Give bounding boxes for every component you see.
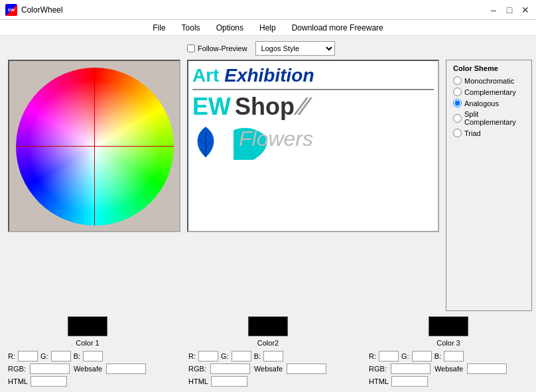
scheme-title: Color Sheme bbox=[453, 64, 525, 72]
close-button[interactable]: ✕ bbox=[520, 5, 531, 15]
art-text: Art bbox=[192, 65, 224, 86]
color2-websafe-input[interactable] bbox=[287, 363, 326, 374]
menu-bar: File Tools Options Help Download more Fr… bbox=[0, 20, 536, 36]
color1-b-input[interactable] bbox=[83, 351, 103, 361]
window-controls: – □ ✕ bbox=[488, 5, 531, 15]
color1-swatch-row bbox=[8, 316, 167, 336]
main-content: Follow-Preview Logos Style Text Style Ic… bbox=[0, 36, 536, 392]
app-icon: cw bbox=[5, 4, 17, 16]
color2-b-label: B: bbox=[254, 352, 261, 360]
menu-download[interactable]: Download more Freeware bbox=[289, 22, 386, 34]
scheme-monochromatic[interactable]: Monochromatic bbox=[453, 76, 525, 85]
middle-section: Art Exhibition EWShop ∕∕ Flowers bbox=[8, 60, 528, 311]
color1-rgb-input[interactable] bbox=[30, 363, 70, 374]
menu-options[interactable]: Options bbox=[214, 22, 246, 34]
color1-rgb-row: R: G: B: bbox=[8, 351, 167, 361]
color2-websafe-label: Websafe bbox=[254, 365, 283, 373]
color2-g-label: G: bbox=[221, 352, 229, 360]
color2-r-label: R: bbox=[188, 352, 196, 360]
color2-rgb-websafe-row: RGB: Websafe bbox=[188, 363, 348, 374]
color-scheme-panel: Color Sheme Monochromatic Complementary … bbox=[446, 60, 532, 311]
color3-b-label: B: bbox=[435, 352, 441, 360]
color3-swatch-row bbox=[369, 316, 528, 336]
flowers-text: Flowers bbox=[239, 127, 313, 151]
scheme-split-complementary-radio[interactable] bbox=[453, 114, 462, 123]
color3-html-input[interactable] bbox=[391, 376, 428, 387]
scheme-split-complementary[interactable]: Split Complementary bbox=[453, 110, 525, 126]
color3-r-input[interactable] bbox=[379, 351, 399, 361]
color2-b-input[interactable] bbox=[263, 351, 283, 361]
scheme-complementary[interactable]: Complementary bbox=[453, 88, 525, 96]
color3-g-label: G: bbox=[401, 352, 409, 360]
style-dropdown[interactable]: Logos Style Text Style Icon Style bbox=[255, 41, 335, 56]
color1-r-label: R: bbox=[8, 352, 15, 360]
color3-b-input[interactable] bbox=[444, 351, 464, 361]
minimize-button[interactable]: – bbox=[488, 5, 499, 15]
color2-rgb-input[interactable] bbox=[210, 363, 250, 374]
menu-file[interactable]: File bbox=[150, 22, 168, 34]
window-title: ColorWheel bbox=[21, 5, 63, 15]
color1-html-label: HTML bbox=[8, 377, 28, 385]
color3-r-label: R: bbox=[369, 352, 376, 360]
color2-swatch[interactable] bbox=[248, 316, 288, 336]
color-wheel[interactable] bbox=[16, 68, 174, 226]
color3-html-label: HTML bbox=[369, 377, 389, 385]
title-bar-left: cw ColorWheel bbox=[5, 4, 63, 16]
color3-rgb-label: RGB: bbox=[369, 365, 387, 373]
color2-html-row: HTML bbox=[188, 376, 348, 387]
exhibition-text: Exhibition bbox=[224, 65, 314, 86]
color2-rgb-row: R: G: B: bbox=[188, 351, 348, 361]
color-wheel-container[interactable] bbox=[8, 60, 180, 232]
color2-r-input[interactable] bbox=[198, 351, 218, 361]
color2-rgb-label: RGB: bbox=[188, 365, 206, 373]
preview-line2: EWShop ∕∕ bbox=[192, 93, 434, 121]
scheme-complementary-radio[interactable] bbox=[453, 88, 462, 96]
color1-websafe-label: Websafe bbox=[74, 365, 102, 373]
scheme-analogous-radio[interactable] bbox=[453, 99, 462, 107]
color1-rgb-websafe-row: RGB: Websafe bbox=[8, 363, 167, 374]
shop-text: Shop bbox=[235, 93, 295, 121]
color2-html-input[interactable] bbox=[211, 376, 247, 387]
preview-area: Art Exhibition EWShop ∕∕ Flowers bbox=[187, 60, 439, 232]
maximize-button[interactable]: □ bbox=[504, 5, 515, 15]
color1-label: Color 1 bbox=[8, 339, 167, 347]
slashes-icon: ∕∕ bbox=[299, 93, 306, 121]
color1-html-input[interactable] bbox=[31, 376, 67, 387]
ew-text: EW bbox=[192, 93, 231, 121]
color1-swatch[interactable] bbox=[68, 316, 107, 336]
color2-label: Color2 bbox=[188, 339, 348, 347]
scheme-analogous[interactable]: Analogous bbox=[453, 99, 525, 107]
leaf-icon bbox=[192, 125, 219, 159]
scheme-triad-radio[interactable] bbox=[453, 129, 462, 137]
color3-websafe-input[interactable] bbox=[467, 363, 507, 374]
color2-panel: Color2 R: G: B: RGB: Websafe HTML bbox=[188, 316, 348, 387]
scheme-monochromatic-radio[interactable] bbox=[453, 76, 462, 85]
color3-html-row: HTML bbox=[369, 376, 528, 387]
color3-label: Color 3 bbox=[369, 339, 528, 347]
color1-rgb-label: RGB: bbox=[8, 365, 26, 373]
preview-line3: Flowers bbox=[192, 123, 434, 160]
color2-html-label: HTML bbox=[188, 377, 208, 385]
color3-websafe-label: Websafe bbox=[435, 365, 463, 373]
crosshair-vertical bbox=[94, 68, 95, 226]
top-controls: Follow-Preview Logos Style Text Style Ic… bbox=[8, 41, 528, 56]
preview-line1: Art Exhibition bbox=[192, 65, 434, 90]
color1-g-input[interactable] bbox=[51, 351, 71, 361]
color1-websafe-input[interactable] bbox=[106, 363, 146, 374]
color1-r-input[interactable] bbox=[18, 351, 38, 361]
color3-g-input[interactable] bbox=[412, 351, 432, 361]
scheme-triad[interactable]: Triad bbox=[453, 129, 525, 137]
color3-rgb-input[interactable] bbox=[391, 363, 431, 374]
color3-rgb-row: R: G: B: bbox=[369, 351, 528, 361]
follow-preview-checkbox[interactable] bbox=[187, 44, 195, 52]
color3-swatch[interactable] bbox=[429, 316, 468, 336]
bottom-section: Color 1 R: G: B: RGB: Websafe HTML bbox=[8, 316, 528, 387]
follow-preview-label[interactable]: Follow-Preview bbox=[187, 44, 247, 52]
color3-rgb-websafe-row: RGB: Websafe bbox=[369, 363, 528, 374]
menu-tools[interactable]: Tools bbox=[179, 22, 203, 34]
menu-help[interactable]: Help bbox=[257, 22, 279, 34]
color2-g-input[interactable] bbox=[232, 351, 251, 361]
color1-b-label: B: bbox=[74, 352, 80, 360]
title-bar: cw ColorWheel – □ ✕ bbox=[0, 0, 536, 20]
color3-panel: Color 3 R: G: B: RGB: Websafe HTML bbox=[369, 316, 528, 387]
